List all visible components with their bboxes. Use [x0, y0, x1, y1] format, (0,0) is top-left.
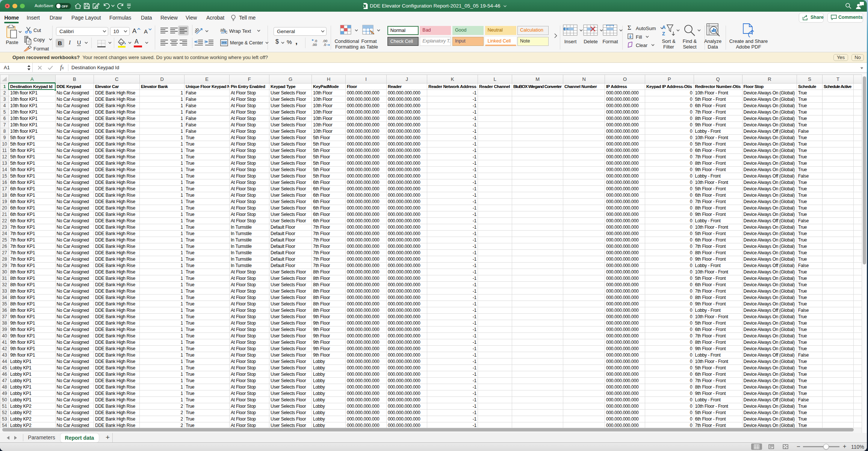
svg-text:.0: .0: [323, 43, 326, 47]
svg-text:.00: .00: [312, 43, 317, 47]
svg-text:A: A: [662, 24, 666, 30]
svg-text:Z: Z: [662, 31, 665, 36]
svg-text:ab: ab: [220, 27, 225, 33]
svg-text:c: c: [225, 29, 227, 34]
